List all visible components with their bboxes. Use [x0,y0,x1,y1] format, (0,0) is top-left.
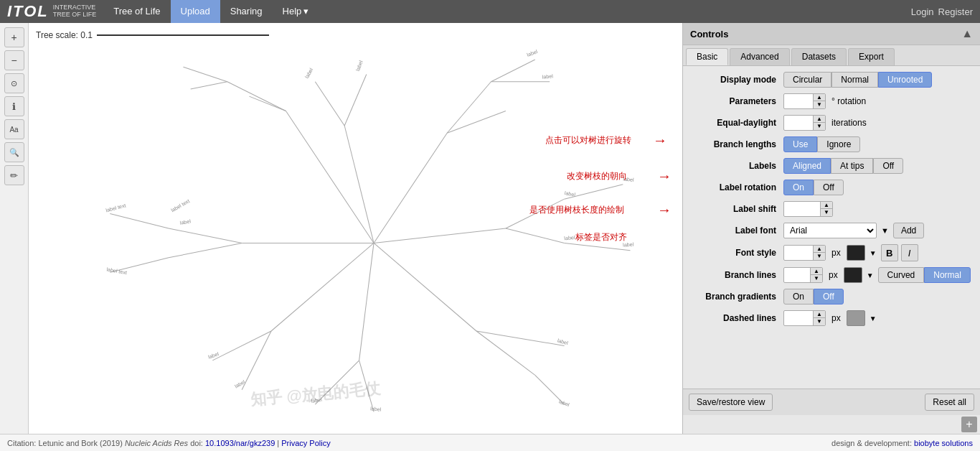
svg-line-25 [271,243,374,331]
equal-daylight-suffix: iterations [831,118,867,128]
nav-right: Login Register [911,6,973,17]
svg-line-31 [110,214,169,228]
parameters-down[interactable]: ▼ [814,101,825,108]
svg-line-13 [374,228,506,243]
svg-text:label: label [179,218,192,226]
tab-datasets[interactable]: Datasets [791,48,847,65]
font-color-swatch[interactable] [847,245,865,261]
edit-button[interactable]: ✏ [4,165,24,185]
labels-off-btn[interactable]: Off [873,158,903,174]
logo-area: ITOL INTERACTIVETREE OF LIFE [7,2,96,21]
font-size-down[interactable]: ▼ [814,253,825,260]
svg-text:label: label [526,49,538,58]
parameters-up[interactable]: ▲ [814,94,825,101]
equal-daylight-label: Equal-daylight [687,118,781,128]
branch-gradients-off-btn[interactable]: Off [814,289,844,304]
font-size-up[interactable]: ▲ [814,246,825,253]
svg-text:label: label [564,190,576,198]
label-shift-input[interactable]: 0 [784,203,820,215]
dashed-color-swatch[interactable] [847,310,865,326]
main-area: + − ⊙ ℹ Aa 🔍 ✏ Tree scale: 0.1 [0,23,980,434]
label-shift-spinner: 0 ▲ ▼ [783,201,833,217]
font-size-input[interactable]: 50 [784,246,813,259]
display-circular-btn[interactable]: Circular [783,72,831,88]
label-rotation-row: Label rotation On Off [687,180,976,195]
zoom-in-button[interactable]: + [4,27,24,47]
equal-daylight-down[interactable]: ▼ [814,123,825,130]
branch-lines-up[interactable]: ▲ [811,268,822,275]
login-link[interactable]: Login [911,6,934,17]
svg-line-6 [315,82,344,126]
labels-attips-btn[interactable]: At tips [831,158,873,174]
svg-text:label: label [355,60,364,72]
svg-line-22 [359,243,374,360]
dashed-lines-input[interactable]: 0.3 [784,312,813,325]
controls-footer: Save/restore view Reset all [683,389,980,415]
label-rotation-off-btn[interactable]: Off [814,180,844,195]
nav-sharing[interactable]: Sharing [220,0,273,23]
display-unrooted-btn[interactable]: Unrooted [878,72,932,88]
svg-line-2 [249,96,286,111]
privacy-link[interactable]: Privacy Policy [281,439,330,447]
label-shift-down[interactable]: ▼ [821,209,832,216]
branch-lengths-ignore-btn[interactable]: Ignore [817,136,860,152]
svg-line-5 [344,126,374,243]
zoom-out-button[interactable]: − [4,50,24,70]
dashed-lines-row: Dashed lines 0.3 ▲ ▼ px ▼ [687,310,976,326]
tab-advanced[interactable]: Advanced [730,48,789,65]
equal-daylight-input[interactable]: 5 [784,116,813,129]
doi-link[interactable]: 10.1093/nar/gkz239 [205,439,275,447]
display-normal-btn[interactable]: Normal [831,72,878,88]
dashed-lines-up[interactable]: ▲ [814,311,825,318]
parameters-label: Parameters [687,96,781,106]
branch-curved-btn[interactable]: Curved [878,267,925,283]
svg-line-19 [476,331,535,375]
tab-export[interactable]: Export [848,48,895,65]
collapse-button[interactable]: ▲ [961,27,973,40]
svg-line-23 [315,361,359,404]
reset-all-btn[interactable]: Reset all [925,394,974,411]
dashed-lines-spinner: 0.3 ▲ ▼ [783,310,826,326]
italic-button[interactable]: I [901,244,918,261]
display-mode-row: Display mode Circular Normal Unrooted [687,72,976,88]
svg-line-1 [227,82,286,111]
branch-lines-row: Branch lines 1 ▲ ▼ px ▼ Curved Normal [687,267,976,283]
parameters-input[interactable]: 10 [784,95,813,108]
branch-lines-down[interactable]: ▼ [811,275,822,282]
branch-normal-btn[interactable]: Normal [924,267,971,283]
branch-gradients-label: Branch gradients [687,292,781,302]
label-font-label: Label font [687,226,781,236]
branch-lines-input[interactable]: 1 [784,269,810,282]
dashed-lines-down[interactable]: ▼ [814,318,825,325]
nav-tree-of-life[interactable]: Tree of Life [103,0,170,23]
tab-basic[interactable]: Basic [686,48,728,65]
label-font-add-btn[interactable]: Add [893,223,924,238]
display-mode-group: Circular Normal Unrooted [783,72,932,88]
info-button[interactable]: ℹ [4,96,24,116]
label-rotation-on-btn[interactable]: On [783,180,814,195]
label-shift-up[interactable]: ▲ [821,202,832,209]
branch-color-swatch[interactable] [844,267,862,283]
save-restore-btn[interactable]: Save/restore view [689,394,773,411]
branch-lengths-group: Use Ignore [783,136,860,152]
register-link[interactable]: Register [938,6,973,17]
svg-line-29 [169,228,242,243]
branch-lengths-label: Branch lengths [687,139,781,149]
equal-daylight-up[interactable]: ▲ [814,116,825,123]
credit-link[interactable]: biobyte solutions [914,439,973,447]
bold-button[interactable]: B [881,244,898,261]
label-font-select[interactable]: Arial [783,223,877,238]
tree-area[interactable]: Tree scale: 0.1 [29,23,682,434]
branch-gradients-on-btn[interactable]: On [783,289,814,304]
nav-upload[interactable]: Upload [171,0,220,23]
svg-line-11 [491,60,534,82]
font-button[interactable]: Aa [4,119,24,139]
svg-text:label: label [558,399,570,408]
zoom-fit-button[interactable]: ⊙ [4,73,24,93]
nav-help[interactable]: Help ▾ [273,0,319,23]
labels-aligned-btn[interactable]: Aligned [783,158,831,174]
branch-lengths-use-btn[interactable]: Use [783,136,817,152]
plus-button[interactable]: + [961,417,977,432]
zoom-text-button[interactable]: 🔍 [4,142,24,162]
font-style-row: Font style 50 ▲ ▼ px ▼ B I [687,244,976,261]
